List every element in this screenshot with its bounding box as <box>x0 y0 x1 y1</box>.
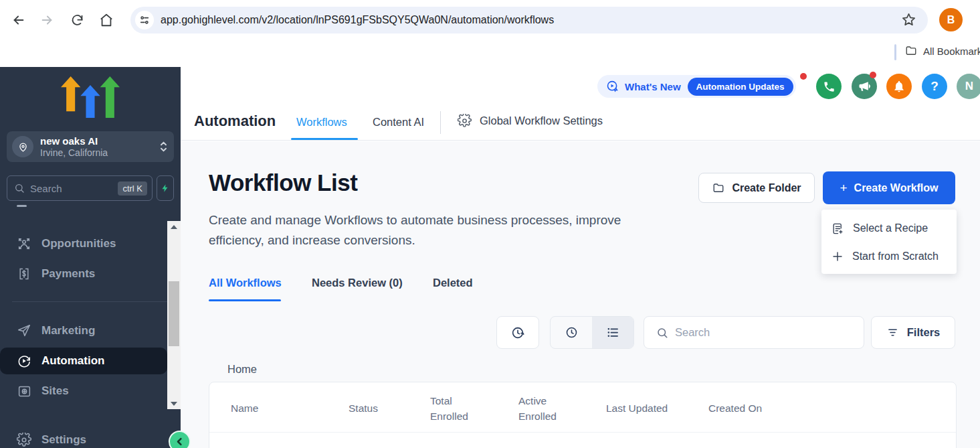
create-workflow-label: Create Workflow <box>854 182 939 194</box>
sites-icon <box>16 384 32 398</box>
user-avatar[interactable]: N <box>957 74 980 99</box>
search-icon <box>656 327 668 339</box>
global-workflow-settings-button[interactable]: Global Workflow Settings <box>458 114 603 128</box>
scrollbar-thumb[interactable] <box>169 281 179 346</box>
table-header-divider <box>209 432 956 433</box>
column-header-status: Status <box>349 400 378 416</box>
sidebar-item-payments[interactable]: Payments <box>0 260 167 287</box>
sidebar-search-placeholder: Search <box>30 183 118 194</box>
sidebar-item-settings[interactable]: Settings <box>0 427 167 448</box>
create-workflow-dropdown: Select a Recipe Start from Scratch <box>821 210 957 274</box>
create-folder-button[interactable]: Create Folder <box>698 173 815 203</box>
sidebar-item-label: Sites <box>41 384 69 398</box>
list-view-button[interactable] <box>592 317 633 348</box>
forward-icon[interactable] <box>38 11 56 29</box>
url-text: app.gohighlevel.com/v2/location/lnPS691g… <box>161 14 554 26</box>
filters-label: Filters <box>907 326 941 339</box>
folder-icon <box>712 182 725 194</box>
notification-dot <box>800 73 807 80</box>
menu-item-start-from-scratch[interactable]: Start from Scratch <box>831 243 947 270</box>
search-shortcut-badge: ctrl K <box>118 181 147 196</box>
menu-item-select-recipe[interactable]: Select a Recipe <box>831 215 947 242</box>
list-icon <box>606 325 620 340</box>
sidebar-scrollbar[interactable] <box>167 221 181 409</box>
sidebar-collapse-button[interactable] <box>169 431 191 448</box>
scrollbar-down-arrow[interactable] <box>167 398 181 409</box>
whats-new-button[interactable]: What's New Automation Updates <box>597 75 796 98</box>
create-folder-label: Create Folder <box>732 182 801 194</box>
megaphone-icon <box>858 80 871 93</box>
sidebar-item-sites[interactable]: Sites <box>0 378 167 404</box>
workflow-search-input[interactable]: Search <box>644 316 864 349</box>
subtab-deleted[interactable]: Deleted <box>433 277 473 289</box>
reload-icon[interactable] <box>68 11 86 29</box>
gear-icon <box>16 433 32 447</box>
bookmark-star-icon[interactable] <box>900 11 917 28</box>
subtab-needs-review[interactable]: Needs Review (0) <box>312 277 403 289</box>
subtab-all-workflows[interactable]: All Workflows <box>209 277 282 289</box>
column-header-created-on: Created On <box>708 400 762 416</box>
create-workflow-button[interactable]: + Create Workflow <box>823 171 955 204</box>
automation-updates-badge[interactable]: Automation Updates <box>688 78 793 96</box>
sidebar: new oaks AI Irvine, California Search ct… <box>0 67 181 448</box>
back-icon[interactable] <box>10 11 27 29</box>
browser-toolbar: app.gohighlevel.com/v2/location/lnPS691g… <box>0 0 980 40</box>
location-pin-icon <box>12 136 33 157</box>
sidebar-item-label: Settings <box>41 433 86 447</box>
lightning-bolt-icon <box>161 183 170 194</box>
chevron-up-down-icon <box>160 141 167 152</box>
folder-icon <box>904 45 918 57</box>
whats-new-icon <box>605 80 619 94</box>
question-mark-icon: ? <box>930 79 939 94</box>
breadcrumb-home[interactable]: Home <box>227 363 257 376</box>
execution-logs-button[interactable] <box>496 316 539 349</box>
global-workflow-settings-label: Global Workflow Settings <box>480 115 603 127</box>
site-settings-icon[interactable] <box>135 11 154 29</box>
filters-button[interactable]: Filters <box>871 316 955 349</box>
sidebar-item-label: Automation <box>41 354 104 368</box>
search-placeholder: Search <box>675 326 710 339</box>
plus-icon <box>831 250 844 263</box>
address-bar[interactable]: app.gohighlevel.com/v2/location/lnPS691g… <box>130 7 928 33</box>
sidebar-item-label: Payments <box>41 267 95 281</box>
location-city: Irvine, California <box>40 147 160 159</box>
location-selector[interactable]: new oaks AI Irvine, California <box>7 131 174 162</box>
menu-item-label: Select a Recipe <box>853 222 928 234</box>
sidebar-search-input[interactable]: Search ctrl K <box>7 175 153 201</box>
home-icon[interactable] <box>98 11 115 29</box>
gear-icon <box>458 114 472 128</box>
payments-icon <box>16 267 32 281</box>
all-bookmarks-button[interactable]: All Bookmarks <box>904 45 980 57</box>
quick-actions-button[interactable] <box>157 175 174 201</box>
workflow-table: Name Status Total Enrolled Active Enroll… <box>209 382 957 448</box>
tab-workflows[interactable]: Workflows <box>296 116 347 129</box>
bookmarks-bar: All Bookmarks <box>0 40 980 67</box>
header-divider <box>440 111 441 134</box>
filter-icon <box>886 327 899 338</box>
time-view-button[interactable] <box>551 317 592 348</box>
browser-profile-avatar[interactable]: B <box>939 8 963 31</box>
clock-icon <box>565 325 579 340</box>
page-title: Workflow List <box>209 169 357 196</box>
tab-content-ai[interactable]: Content AI <box>373 116 424 129</box>
help-button[interactable]: ? <box>922 74 947 99</box>
history-clock-icon <box>510 325 525 340</box>
sidebar-item-marketing[interactable]: Marketing <box>0 317 167 344</box>
column-header-active-enrolled: Active Enrolled <box>518 393 575 424</box>
sidebar-item-label: Opportunities <box>41 237 116 250</box>
column-header-total-enrolled: Total Enrolled <box>430 393 486 424</box>
recipe-file-icon <box>831 222 844 235</box>
gohighlevel-logo-icon <box>61 76 120 121</box>
scrollbar-up-arrow[interactable] <box>167 221 181 232</box>
app-window: app.gohighlevel.com/v2/location/lnPS691g… <box>0 0 980 448</box>
search-icon <box>14 183 25 194</box>
marketing-send-icon <box>16 323 32 338</box>
page-description: Create and manage Workflows to automate … <box>209 210 677 250</box>
all-bookmarks-label: All Bookmarks <box>923 46 980 57</box>
active-tab-underline <box>291 138 358 140</box>
sidebar-item-opportunities[interactable]: Opportunities <box>0 230 167 257</box>
sidebar-item-automation[interactable]: Automation <box>0 348 167 374</box>
phone-button[interactable] <box>816 74 842 99</box>
menu-item-label: Start from Scratch <box>852 250 939 263</box>
notifications-button[interactable] <box>886 74 912 99</box>
